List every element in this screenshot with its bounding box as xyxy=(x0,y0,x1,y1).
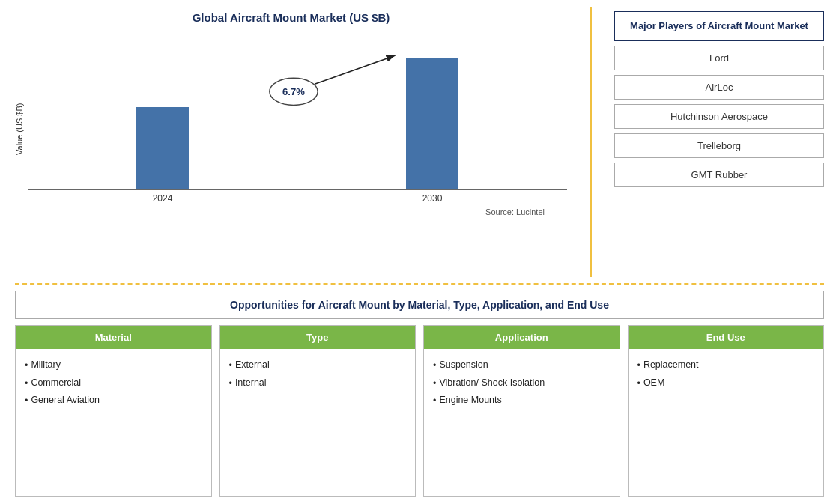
bar-2024 xyxy=(136,107,189,189)
chart-title: Global Aircraft Mount Market (US $B) xyxy=(193,11,390,24)
x-label-2030: 2030 xyxy=(297,193,567,204)
opp-column-application: Application • Suspension • Vibration/ Sh… xyxy=(423,325,620,497)
chart-wrapper: Value (US $B) 6.7% xyxy=(15,31,567,204)
bullet-icon: • xyxy=(25,392,28,410)
opp-item-label: External xyxy=(235,356,270,374)
opp-item-label: Replacement xyxy=(643,356,699,374)
source-text: Source: Lucintel xyxy=(15,207,567,216)
y-axis-label: Value (US $B) xyxy=(15,54,24,204)
chart-content: 6.7% xyxy=(28,39,567,204)
chart-area: Global Aircraft Mount Market (US $B) Val… xyxy=(15,7,567,277)
player-gmt-rubber: GMT Rubber xyxy=(614,163,824,187)
horizontal-divider xyxy=(15,283,824,285)
bullet-icon: • xyxy=(25,357,28,374)
opportunities-grid: Material • Military • Commercial • Gener… xyxy=(15,325,824,497)
opp-item: • Internal xyxy=(229,374,407,392)
opp-item: • Suspension xyxy=(433,356,611,374)
bottom-section: Opportunities for Aircraft Mount by Mate… xyxy=(15,291,824,497)
opportunities-header: Opportunities for Aircraft Mount by Mate… xyxy=(15,291,824,319)
opp-item: • Commercial xyxy=(25,374,202,392)
opp-item: • General Aviation xyxy=(25,392,202,410)
bars-area: 6.7% xyxy=(28,39,567,189)
opp-item-label: Engine Mounts xyxy=(439,392,501,409)
opp-item-label: OEM xyxy=(643,374,664,392)
opp-item: • OEM xyxy=(637,374,815,392)
opp-column-type-header: Type xyxy=(220,326,416,349)
opp-column-application-body: • Suspension • Vibration/ Shock Isolatio… xyxy=(424,349,620,496)
opp-column-type: Type • External • Internal xyxy=(219,325,417,497)
vertical-divider xyxy=(590,7,592,277)
x-labels: 2024 2030 xyxy=(28,190,567,204)
player-airloc: AirLoc xyxy=(614,75,824,100)
player-trelleborg: Trelleborg xyxy=(614,133,824,158)
x-label-2024: 2024 xyxy=(28,193,297,204)
opp-item: • External xyxy=(229,356,407,374)
bar-group-2024 xyxy=(28,107,297,189)
player-lord: Lord xyxy=(614,46,824,70)
opp-item-label: Vibration/ Shock Isolation xyxy=(439,374,545,392)
opp-column-material: Material • Military • Commercial • Gener… xyxy=(15,325,212,497)
opp-column-end-use: End Use • Replacement • OEM xyxy=(628,325,825,497)
opp-column-end-use-body: • Replacement • OEM xyxy=(629,349,824,496)
opp-item-label: Commercial xyxy=(31,374,81,392)
bar-2030 xyxy=(406,58,458,189)
bullet-icon: • xyxy=(25,375,28,392)
opp-column-type-body: • External • Internal xyxy=(220,349,416,496)
bullet-icon: • xyxy=(433,357,436,374)
bullet-icon: • xyxy=(229,357,232,374)
opp-item: • Engine Mounts xyxy=(433,392,611,410)
opp-column-material-header: Material xyxy=(16,326,211,349)
opp-item-label: Military xyxy=(31,356,61,374)
opp-item: • Replacement xyxy=(637,356,815,374)
bullet-icon: • xyxy=(433,375,436,392)
opp-item: • Military xyxy=(25,356,202,374)
opp-item-label: Suspension xyxy=(439,356,488,374)
opp-item-label: Internal xyxy=(235,374,267,392)
major-players-panel: Major Players of Aircraft Mount Market L… xyxy=(614,7,824,277)
opp-column-application-header: Application xyxy=(424,326,620,349)
opp-item: • Vibration/ Shock Isolation xyxy=(433,374,611,392)
opp-column-end-use-header: End Use xyxy=(629,326,824,349)
opp-column-material-body: • Military • Commercial • General Aviati… xyxy=(16,349,211,496)
bullet-icon: • xyxy=(637,375,640,392)
main-container: Global Aircraft Mount Market (US $B) Val… xyxy=(0,0,839,504)
major-players-header: Major Players of Aircraft Mount Market xyxy=(614,11,824,41)
top-section: Global Aircraft Mount Market (US $B) Val… xyxy=(15,7,824,277)
bullet-icon: • xyxy=(229,375,232,392)
bullet-icon: • xyxy=(433,392,436,410)
bar-group-2030 xyxy=(297,58,567,189)
opp-item-label: General Aviation xyxy=(31,392,100,409)
player-hutchinson: Hutchinson Aerospace xyxy=(614,104,824,129)
bullet-icon: • xyxy=(637,357,640,374)
